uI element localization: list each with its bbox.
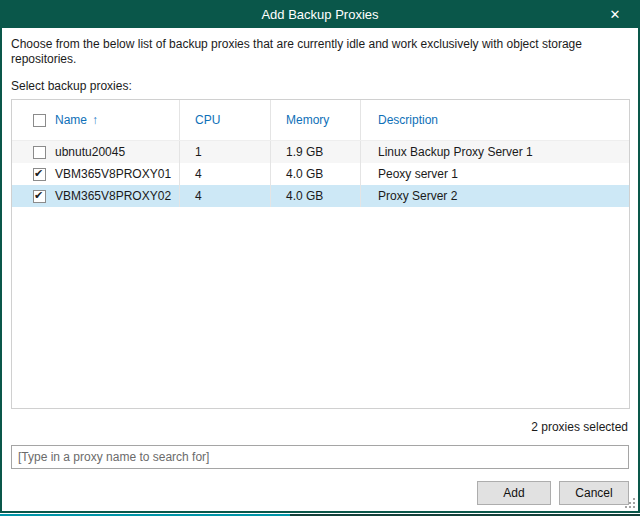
cell-cpu: 1 xyxy=(180,141,271,163)
column-label-cpu: CPU xyxy=(195,113,220,127)
column-label-name: Name xyxy=(55,113,87,127)
add-button[interactable]: Add xyxy=(477,481,551,505)
cell-description: Peoxy server 1 xyxy=(361,163,629,185)
cell-description: Linux Backup Proxy Server 1 xyxy=(361,141,629,163)
cancel-button[interactable]: Cancel xyxy=(559,481,629,505)
dialog-body: Choose from the below list of backup pro… xyxy=(2,37,638,505)
proxy-name: VBM365V8PROXY02 xyxy=(55,189,171,203)
table-row-ubnutu20045[interactable]: ubnutu20045 1 1.9 GB Linux Backup Proxy … xyxy=(12,141,629,163)
cell-name: ✔ VBM365V8PROXY02 xyxy=(12,185,180,207)
screen: Add Backup Proxies ✕ Choose from the bel… xyxy=(0,0,640,516)
proxies-table: Name ↑ CPU Memory Description xyxy=(11,99,630,409)
cell-name: ubnutu20045 xyxy=(12,141,180,163)
table-row-vbm365v8proxy02[interactable]: ✔ VBM365V8PROXY02 4 4.0 GB Proxy Server … xyxy=(12,185,629,207)
row-checkbox-checked[interactable]: ✔ xyxy=(33,190,46,203)
instruction-text: Choose from the below list of backup pro… xyxy=(11,37,613,67)
column-header-cpu[interactable]: CPU xyxy=(180,100,271,140)
column-header-name[interactable]: Name ↑ xyxy=(12,100,180,140)
dialog-buttons: Add Cancel xyxy=(11,481,629,505)
column-header-memory[interactable]: Memory xyxy=(271,100,361,140)
check-icon: ✔ xyxy=(34,189,43,202)
sort-ascending-icon: ↑ xyxy=(92,113,98,127)
dialog-titlebar[interactable]: Add Backup Proxies ✕ xyxy=(2,0,638,28)
cell-cpu: 4 xyxy=(180,163,271,185)
column-label-memory: Memory xyxy=(286,113,329,127)
add-backup-proxies-dialog: Add Backup Proxies ✕ Choose from the bel… xyxy=(0,0,640,513)
select-all-checkbox[interactable] xyxy=(33,114,46,127)
proxy-search-input[interactable] xyxy=(11,445,629,469)
resize-grip[interactable] xyxy=(622,495,636,509)
column-label-description: Description xyxy=(378,113,438,127)
cell-cpu: 4 xyxy=(180,185,271,207)
cell-memory: 1.9 GB xyxy=(271,141,361,163)
table-header-row: Name ↑ CPU Memory Description xyxy=(12,100,629,141)
row-checkbox-unchecked[interactable] xyxy=(33,146,46,159)
table-row-vbm365v8proxy01[interactable]: ✔ VBM365V8PROXY01 4 4.0 GB Peoxy server … xyxy=(12,163,629,185)
check-icon: ✔ xyxy=(34,167,43,180)
cell-memory: 4.0 GB xyxy=(271,163,361,185)
resize-grip-dots xyxy=(622,495,636,509)
selection-status: 2 proxies selected xyxy=(11,420,629,435)
cell-name: ✔ VBM365V8PROXY01 xyxy=(12,163,180,185)
proxy-name: VBM365V8PROXY01 xyxy=(55,167,171,181)
close-icon[interactable]: ✕ xyxy=(602,0,628,28)
proxy-name: ubnutu20045 xyxy=(55,145,125,159)
dialog-title: Add Backup Proxies xyxy=(261,7,378,22)
column-header-description[interactable]: Description xyxy=(361,100,629,140)
cell-memory: 4.0 GB xyxy=(271,185,361,207)
row-checkbox-checked[interactable]: ✔ xyxy=(33,168,46,181)
cell-description: Proxy Server 2 xyxy=(361,185,629,207)
select-proxies-label: Select backup proxies: xyxy=(11,79,629,94)
